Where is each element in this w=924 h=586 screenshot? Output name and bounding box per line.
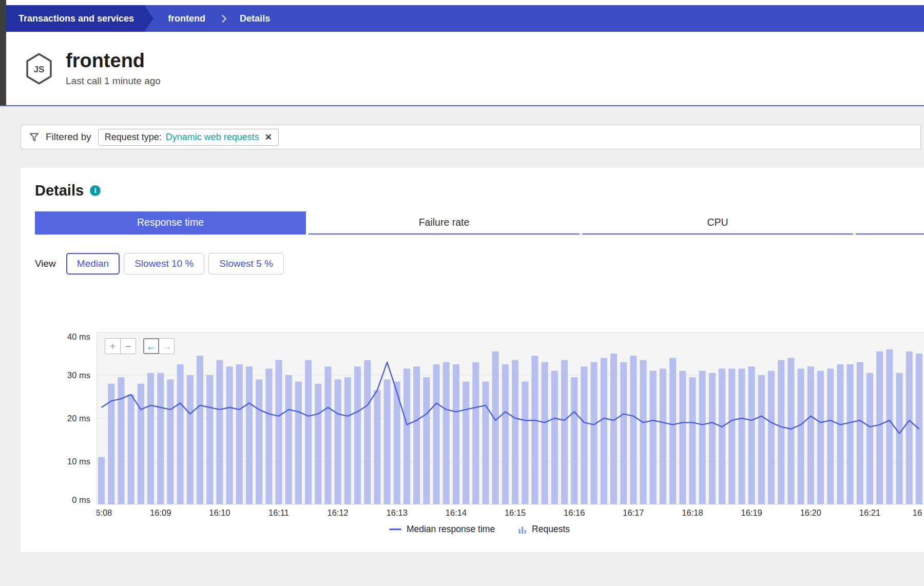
- requests-bar[interactable]: [453, 364, 459, 504]
- chart-canvas[interactable]: [97, 332, 924, 504]
- requests-bar[interactable]: [738, 368, 745, 504]
- requests-bar[interactable]: [728, 368, 735, 504]
- pan-left-button[interactable]: ←: [143, 338, 159, 354]
- requests-bar[interactable]: [551, 371, 558, 504]
- requests-bar[interactable]: [758, 375, 765, 504]
- requests-bar[interactable]: [748, 366, 755, 504]
- requests-bar[interactable]: [571, 377, 578, 504]
- requests-bar[interactable]: [206, 375, 213, 504]
- breadcrumb-item-transactions-and-services[interactable]: Transactions and services: [6, 5, 153, 32]
- requests-bar[interactable]: [531, 356, 538, 504]
- requests-bar[interactable]: [522, 382, 528, 504]
- requests-bar[interactable]: [906, 351, 913, 504]
- requests-bar[interactable]: [403, 368, 410, 504]
- requests-bar[interactable]: [128, 395, 134, 504]
- requests-bar[interactable]: [374, 390, 380, 504]
- requests-bar[interactable]: [472, 362, 479, 504]
- median-response-time-line[interactable]: [102, 362, 919, 434]
- requests-bar[interactable]: [118, 377, 124, 504]
- requests-bar[interactable]: [876, 351, 883, 504]
- requests-bar[interactable]: [896, 373, 903, 504]
- requests-bar[interactable]: [542, 362, 548, 504]
- requests-bar[interactable]: [778, 360, 784, 504]
- view-option-slowest-5[interactable]: Slowest 5 %: [208, 253, 284, 275]
- requests-bar[interactable]: [315, 384, 321, 504]
- tab-cpu[interactable]: CPU: [582, 211, 853, 235]
- requests-bar[interactable]: [817, 371, 824, 504]
- legend-item-median-response-time[interactable]: Median response time: [389, 524, 495, 535]
- requests-bar[interactable]: [285, 375, 292, 504]
- requests-bar[interactable]: [344, 377, 351, 504]
- requests-bar[interactable]: [216, 360, 223, 504]
- requests-bar[interactable]: [354, 366, 361, 504]
- requests-bar[interactable]: [837, 364, 843, 504]
- requests-bar[interactable]: [483, 382, 489, 504]
- requests-bar[interactable]: [768, 371, 775, 504]
- filter-chip-request-type[interactable]: Request type: Dynamic web requests ✕: [98, 129, 279, 146]
- requests-bar[interactable]: [679, 371, 686, 504]
- view-option-slowest-10[interactable]: Slowest 10 %: [124, 253, 204, 275]
- tab-failure-rate[interactable]: Failure rate: [309, 211, 580, 235]
- requests-bar[interactable]: [384, 379, 391, 504]
- info-icon[interactable]: i: [90, 185, 101, 196]
- requests-bar[interactable]: [324, 366, 331, 504]
- requests-bar[interactable]: [640, 360, 647, 504]
- view-option-median[interactable]: Median: [66, 253, 120, 275]
- requests-bar[interactable]: [443, 362, 450, 504]
- requests-bar[interactable]: [256, 379, 262, 504]
- requests-bar[interactable]: [295, 382, 302, 504]
- requests-bar[interactable]: [709, 373, 716, 504]
- requests-bar[interactable]: [236, 364, 243, 504]
- requests-bar[interactable]: [512, 360, 518, 504]
- close-icon[interactable]: ✕: [265, 132, 272, 143]
- requests-bar[interactable]: [620, 362, 627, 504]
- requests-bar[interactable]: [246, 366, 253, 504]
- requests-bar[interactable]: [197, 356, 203, 504]
- requests-bar[interactable]: [433, 364, 440, 504]
- requests-bar[interactable]: [265, 368, 272, 504]
- requests-bar[interactable]: [601, 358, 607, 504]
- requests-bar[interactable]: [305, 360, 312, 504]
- requests-bar[interactable]: [787, 358, 794, 504]
- requests-bar[interactable]: [226, 366, 233, 504]
- requests-bar[interactable]: [916, 354, 922, 504]
- requests-bar[interactable]: [167, 379, 174, 504]
- requests-bar[interactable]: [886, 349, 893, 504]
- pan-right-button[interactable]: →: [159, 338, 175, 354]
- requests-bar[interactable]: [699, 371, 706, 504]
- requests-bar[interactable]: [630, 356, 637, 504]
- requests-bar[interactable]: [798, 368, 804, 504]
- requests-bar[interactable]: [867, 373, 873, 504]
- requests-bar[interactable]: [581, 366, 587, 504]
- requests-bar[interactable]: [719, 368, 725, 504]
- requests-bar[interactable]: [492, 351, 499, 504]
- requests-bar[interactable]: [187, 375, 194, 504]
- requests-bar[interactable]: [177, 364, 184, 504]
- requests-bar[interactable]: [610, 354, 617, 504]
- requests-bar[interactable]: [335, 379, 341, 504]
- requests-bar[interactable]: [276, 360, 282, 504]
- zoom-in-button[interactable]: +: [105, 338, 121, 354]
- requests-bar[interactable]: [807, 366, 814, 504]
- requests-bar[interactable]: [138, 384, 144, 504]
- breadcrumb-item-frontend[interactable]: frontend: [162, 5, 211, 32]
- legend-item-requests[interactable]: Requests: [518, 524, 570, 535]
- requests-bar[interactable]: [364, 360, 371, 504]
- chart-plot-area[interactable]: + − ← →: [97, 332, 924, 504]
- requests-bar[interactable]: [157, 373, 164, 504]
- requests-bar[interactable]: [502, 364, 509, 504]
- requests-bar[interactable]: [98, 457, 105, 504]
- requests-bar[interactable]: [463, 382, 469, 504]
- requests-bar[interactable]: [827, 368, 834, 504]
- tab-response-time[interactable]: Response time: [35, 211, 306, 235]
- requests-bar[interactable]: [857, 362, 863, 504]
- requests-bar[interactable]: [650, 371, 657, 504]
- requests-bar[interactable]: [561, 360, 568, 504]
- requests-bar[interactable]: [147, 373, 154, 504]
- breadcrumb-item-details[interactable]: Details: [234, 5, 276, 32]
- requests-bar[interactable]: [413, 366, 420, 504]
- zoom-out-button[interactable]: −: [120, 338, 136, 354]
- requests-bar[interactable]: [591, 362, 598, 504]
- requests-bar[interactable]: [423, 377, 430, 504]
- requests-bar[interactable]: [669, 358, 676, 504]
